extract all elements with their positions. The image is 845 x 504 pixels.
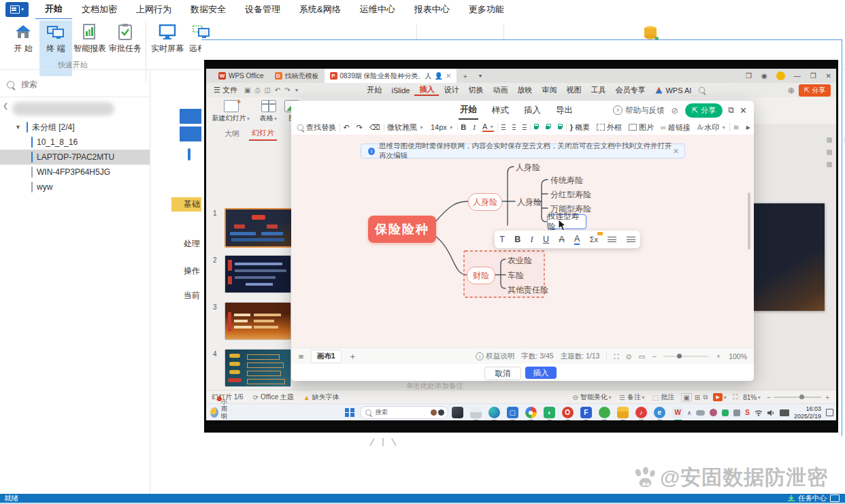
wps-ai-button[interactable]: WPS AI — [664, 86, 693, 95]
view-reading-icon[interactable]: ⧉ — [703, 393, 708, 401]
mindmap-node[interactable]: 车险 — [508, 270, 524, 282]
menu-sys-network[interactable]: 系统&网络 — [290, 0, 350, 19]
wps-menu-tools[interactable]: 工具 — [586, 85, 610, 95]
wps-menu-review[interactable]: 审阅 — [537, 85, 561, 95]
frame-button[interactable]: 外框 — [597, 122, 622, 133]
add-canvas-icon[interactable]: ＋ — [348, 350, 357, 363]
slide-thumbnail-3[interactable] — [225, 302, 291, 340]
tree-root-blurred[interactable] — [12, 102, 114, 116]
locate-center-icon[interactable]: ⊙ — [626, 352, 632, 360]
zoom-in-icon[interactable]: ＋ — [715, 352, 723, 361]
globe-icon[interactable]: ◉ — [757, 72, 772, 80]
outline-tab[interactable]: 大纲 — [222, 127, 242, 140]
search-input[interactable] — [20, 79, 125, 90]
notes-label[interactable]: 备注 — [627, 392, 641, 402]
wps-menu-islide[interactable]: iSlide — [387, 86, 415, 95]
align-center-icon[interactable] — [512, 124, 516, 131]
strikethrough-icon[interactable]: A — [559, 235, 564, 244]
tab-close-icon[interactable]: ✕ — [446, 72, 451, 80]
peek-row[interactable]: 当前 — [184, 290, 201, 301]
slide-thumbnail-4[interactable] — [225, 349, 291, 387]
tree-collapse-handle[interactable]: ❮ — [3, 102, 8, 110]
redo-icon[interactable]: ↷ — [357, 123, 363, 132]
taskbar-folder-icon[interactable] — [617, 407, 629, 418]
tab-list-icon[interactable]: ▼ — [473, 73, 487, 78]
tree-group-unassigned[interactable]: ▼ 未分组 [2/4] — [0, 120, 150, 135]
undo-icon[interactable]: ↶ — [344, 123, 350, 132]
redo-icon[interactable]: ↷ — [282, 86, 292, 94]
bold-icon[interactable]: B — [514, 235, 520, 244]
taskbar-green-app-icon[interactable] — [599, 407, 610, 418]
tree-item-terminal[interactable]: wyw — [0, 180, 150, 195]
toolbar-overflow-icon[interactable]: ▶ — [746, 124, 750, 131]
tray-sogou-icon[interactable]: S — [745, 409, 750, 416]
taskbar-opera-icon[interactable]: O — [562, 407, 574, 418]
tray-cloud-icon[interactable] — [696, 410, 705, 416]
peek-row[interactable]: 处理 — [184, 238, 201, 250]
mindmap-node[interactable]: 传统寿险 — [550, 175, 583, 186]
close-icon[interactable]: ✕ — [821, 72, 836, 80]
play-button[interactable]: ▶ — [713, 393, 723, 401]
print-icon[interactable]: ⎙ — [252, 86, 262, 95]
italic-icon[interactable]: I — [531, 235, 533, 245]
tray-qq-icon[interactable] — [710, 409, 717, 416]
tab-layout-icon[interactable]: ❐ — [741, 72, 757, 80]
menu-device-mgmt[interactable]: 设备管理 — [235, 0, 290, 19]
theme-label[interactable]: Office 主题 — [261, 392, 294, 402]
wps-document-tab[interactable]: P 0839期 保险业务险种分类、人 👤 ✕ — [325, 69, 457, 83]
find-replace-button[interactable]: 查找替换 — [297, 122, 336, 133]
mindmap-node[interactable]: 人身险 — [516, 162, 540, 173]
taskbar-wechat-icon[interactable]: ◗ — [544, 407, 555, 418]
screen-status-icon[interactable] — [830, 494, 840, 502]
ribbon-start-button[interactable]: 开 始 — [7, 20, 39, 54]
font-select[interactable]: 微软雅黑▼ — [387, 122, 424, 133]
menu-ops-center[interactable]: 运维中心 — [350, 0, 405, 19]
taskbar-store-icon[interactable]: ▢ — [507, 407, 518, 418]
mindmap-node[interactable]: 人身险 — [517, 197, 542, 208]
mindmap-node[interactable]: 其他责任险 — [508, 284, 548, 296]
zoom-in-icon[interactable]: ＋ — [824, 392, 831, 402]
dialog-close-icon[interactable]: ✕ — [740, 105, 747, 116]
wifi-icon[interactable] — [755, 409, 763, 416]
tray-wechat-icon[interactable] — [722, 409, 729, 416]
dialog-share-button[interactable]: ⇱ 分享 — [685, 103, 723, 118]
ribbon-live-screen-button[interactable]: 实时屏幕 — [151, 20, 184, 54]
comments-label[interactable]: 批注 — [661, 392, 674, 402]
weather-widget[interactable]: 小雨 明天 — [210, 399, 231, 420]
wps-search-icon[interactable] — [699, 87, 705, 93]
taskbar-f-app-icon[interactable]: F — [580, 407, 592, 418]
format-painter-icon[interactable]: ⌫ — [369, 123, 380, 132]
font-color-button[interactable]: A▼ — [482, 122, 494, 132]
menu-web-behavior[interactable]: 上网行为 — [127, 0, 181, 19]
taskbar-photos-icon[interactable] — [452, 407, 463, 418]
panel-icon[interactable] — [827, 150, 832, 155]
slide-thumbnail-2[interactable] — [225, 255, 291, 293]
tree-item-terminal[interactable]: 10_1_8_16 — [0, 135, 150, 150]
mindmap-node[interactable]: 农业险 — [508, 255, 532, 267]
align-left-icon[interactable] — [501, 124, 506, 131]
layers-icon[interactable]: ≋ — [298, 352, 304, 360]
hyperlink-button[interactable]: ∞超链接 — [661, 122, 691, 133]
wps-menu-view[interactable]: 视图 — [561, 85, 586, 95]
panel-icon[interactable] — [827, 137, 832, 143]
missing-font-label[interactable]: 缺失字体 — [312, 392, 339, 402]
beautify-label[interactable]: 智能美化 — [580, 392, 608, 402]
taskbar-chrome-icon[interactable] — [525, 407, 537, 418]
ribbon-smart-report-button[interactable]: 智能报表 — [73, 20, 106, 54]
bold-button[interactable]: B — [461, 123, 466, 131]
canvas-scrollbar[interactable] — [748, 192, 750, 250]
slides-tab[interactable]: 幻灯片 — [249, 127, 277, 141]
account-avatar[interactable] — [776, 71, 785, 80]
wps-menu-slideshow[interactable]: 放映 — [512, 85, 537, 95]
font-color-icon[interactable]: A — [574, 234, 580, 245]
text-style-icon[interactable]: T — [499, 235, 505, 244]
menu-more[interactable]: 更多功能 — [459, 0, 514, 19]
minimize-icon[interactable]: — — [789, 72, 806, 80]
peek-row[interactable]: 操作 — [184, 265, 201, 277]
menu-report-center[interactable]: 报表中心 — [405, 0, 459, 19]
tree-item-terminal[interactable]: WIN-4FP3P64H5JG — [0, 165, 150, 180]
zoom-slider[interactable] — [663, 356, 708, 357]
panel-icon[interactable] — [827, 162, 832, 167]
app-main-button[interactable]: ▾ — [5, 2, 29, 17]
restore-icon[interactable]: ❐ — [806, 72, 821, 80]
